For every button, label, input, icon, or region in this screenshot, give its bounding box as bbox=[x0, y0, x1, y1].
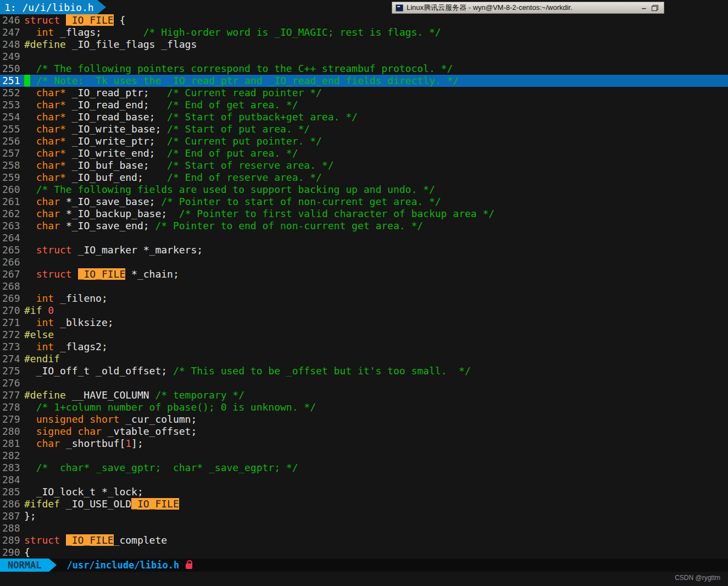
code-line[interactable]: 248#define _IO_file_flags _flags bbox=[0, 38, 728, 51]
code-line[interactable]: 263 char *_IO_save_end; /* Pointer to en… bbox=[0, 220, 728, 232]
code-text: /* The following pointers correspond to … bbox=[24, 63, 453, 74]
code-line[interactable]: 265 struct _IO_marker *_markers; bbox=[0, 244, 728, 256]
code-token: _IO_write_base; bbox=[66, 123, 167, 135]
code-text: char* _IO_read_base; /* Start of putback… bbox=[24, 111, 358, 123]
code-line[interactable]: 270#if 0 bbox=[0, 305, 728, 317]
code-token: /* Start of putback+get area. */ bbox=[167, 111, 358, 123]
code-line[interactable]: 247 int _flags; /* High-order word is _I… bbox=[0, 26, 728, 38]
code-line[interactable]: 269 int _fileno; bbox=[0, 292, 728, 305]
code-token: struct bbox=[36, 244, 72, 256]
code-token: /* Current put pointer. */ bbox=[167, 135, 322, 147]
code-line[interactable]: 273 int _flags2; bbox=[0, 341, 728, 353]
line-number: 283 bbox=[0, 462, 24, 474]
code-line[interactable]: 278 /* 1+column number of pbase(); 0 is … bbox=[0, 401, 728, 413]
code-line[interactable]: 261 char *_IO_save_base; /* Pointer to s… bbox=[0, 196, 728, 208]
tab-libio[interactable]: 1: /u/i/libio.h bbox=[0, 0, 97, 14]
line-number: 258 bbox=[0, 159, 24, 172]
code-line[interactable]: 271 int _blksize; bbox=[0, 317, 728, 329]
code-line[interactable]: 284 bbox=[0, 474, 728, 486]
code-line[interactable]: 279 unsigned short _cur_column; bbox=[0, 413, 728, 425]
line-number: 280 bbox=[0, 425, 24, 438]
restore-button[interactable] bbox=[649, 5, 660, 11]
code-token: struct bbox=[24, 534, 66, 546]
tabline: 1: /u/i/libio.h Linux腾讯云服务器 - wyn@VM-8-2… bbox=[0, 0, 728, 14]
code-line[interactable]: 251 /* Note: Tk uses the _IO_read_ptr an… bbox=[0, 75, 728, 87]
code-token: int bbox=[36, 317, 54, 328]
minimize-button[interactable]: – bbox=[638, 3, 649, 13]
code-line[interactable]: 286#ifdef _IO_USE_OLD_IO_FILE bbox=[0, 498, 728, 510]
code-line[interactable]: 272#else bbox=[0, 329, 728, 341]
code-line[interactable]: 274#endif bbox=[0, 353, 728, 365]
code-line[interactable]: 256 char* _IO_write_ptr; /* Current put … bbox=[0, 135, 728, 147]
code-line[interactable]: 253 char* _IO_read_end; /* End of get ar… bbox=[0, 99, 728, 111]
code-token: _IO_read_end; bbox=[66, 99, 167, 110]
code-token: #endif bbox=[24, 353, 60, 364]
code-text: struct _IO_marker *_markers; bbox=[24, 244, 203, 256]
terminal-app-icon[interactable] bbox=[396, 4, 403, 12]
code-token: _IO_write_ptr; bbox=[66, 135, 167, 147]
editor[interactable]: 246struct _IO_FILE {247 int _flags; /* H… bbox=[0, 14, 728, 559]
code-text: { bbox=[24, 546, 30, 558]
code-line[interactable]: 255 char* _IO_write_base; /* Start of pu… bbox=[0, 123, 728, 135]
line-number: 276 bbox=[0, 377, 24, 389]
code-token: /* Current read pointer */ bbox=[167, 87, 322, 98]
code-line[interactable]: 283 /* char* _save_gptr; char* _save_egp… bbox=[0, 462, 728, 474]
code-line[interactable]: 262 char *_IO_backup_base; /* Pointer to… bbox=[0, 208, 728, 220]
code-line[interactable]: 246struct _IO_FILE { bbox=[0, 14, 728, 26]
code-token bbox=[24, 135, 36, 147]
code-line[interactable]: 267 struct _IO_FILE *_chain; bbox=[0, 268, 728, 280]
code-line[interactable]: 287}; bbox=[0, 510, 728, 522]
code-text: int _fileno; bbox=[24, 292, 108, 304]
code-token bbox=[72, 268, 78, 280]
line-number: 271 bbox=[0, 317, 24, 329]
code-token: { bbox=[114, 14, 126, 26]
code-token: _vtable_offset; bbox=[102, 425, 197, 437]
code-line[interactable]: 258 char* _IO_buf_base; /* Start of rese… bbox=[0, 159, 728, 172]
code-line[interactable]: 252 char* _IO_read_ptr; /* Current read … bbox=[0, 87, 728, 99]
search-highlight: _IO_FILE bbox=[78, 268, 126, 280]
code-line[interactable]: 280 signed char _vtable_offset; bbox=[0, 425, 728, 438]
code-line[interactable]: 288 bbox=[0, 522, 728, 534]
code-token: signed char bbox=[36, 425, 102, 437]
line-number: 248 bbox=[0, 38, 24, 51]
code-line[interactable]: 266 bbox=[0, 256, 728, 268]
code-token: _fileno; bbox=[54, 292, 108, 304]
code-token bbox=[24, 462, 36, 473]
code-text: #ifdef _IO_USE_OLD_IO_FILE bbox=[24, 498, 179, 510]
code-line[interactable]: 259 char* _IO_buf_end; /* End of reserve… bbox=[0, 172, 728, 184]
line-number: 261 bbox=[0, 196, 24, 208]
code-token: _IO_buf_base; bbox=[66, 159, 167, 171]
code-line[interactable]: 260 /* The following fields are used to … bbox=[0, 184, 728, 196]
code-line[interactable]: 285 _IO_lock_t *_lock; bbox=[0, 486, 728, 498]
code-token: }; bbox=[24, 510, 36, 522]
code-line[interactable]: 282 bbox=[0, 450, 728, 462]
line-number: 266 bbox=[0, 256, 24, 268]
code-line[interactable]: 290{ bbox=[0, 546, 728, 559]
code-text: char* _IO_write_end; /* End of put area.… bbox=[24, 147, 298, 159]
code-token: #define bbox=[24, 389, 66, 401]
code-token: char* bbox=[36, 123, 66, 135]
code-line[interactable]: 254 char* _IO_read_base; /* Start of put… bbox=[0, 111, 728, 123]
code-token bbox=[24, 244, 36, 256]
code-line[interactable]: 289struct _IO_FILE_complete bbox=[0, 534, 728, 546]
code-text: #define _IO_file_flags _flags bbox=[24, 38, 197, 50]
code-line[interactable]: 249 bbox=[0, 51, 728, 63]
code-text: char* _IO_buf_end; /* End of reserve are… bbox=[24, 172, 322, 183]
cursor-block bbox=[24, 75, 30, 86]
code-line[interactable]: 275 _IO_off_t _old_offset; /* This used … bbox=[0, 365, 728, 377]
code-token: unsigned short bbox=[36, 413, 120, 425]
code-line[interactable]: 277#define __HAVE_COLUMN /* temporary */ bbox=[0, 389, 728, 401]
code-line[interactable]: 281 char _shortbuf[1]; bbox=[0, 438, 728, 450]
code-line[interactable]: 257 char* _IO_write_end; /* End of put a… bbox=[0, 147, 728, 159]
line-number: 268 bbox=[0, 280, 24, 292]
code-line[interactable]: 268 bbox=[0, 280, 728, 292]
code-line[interactable]: 250 /* The following pointers correspond… bbox=[0, 63, 728, 75]
code-text: int _flags2; bbox=[24, 341, 108, 352]
code-line[interactable]: 264 bbox=[0, 232, 728, 244]
code-text: }; bbox=[24, 510, 36, 522]
code-token: int bbox=[36, 341, 54, 352]
code-token: int bbox=[36, 26, 54, 38]
code-line[interactable]: 276 bbox=[0, 377, 728, 389]
line-number: 259 bbox=[0, 172, 24, 184]
line-number: 265 bbox=[0, 244, 24, 256]
